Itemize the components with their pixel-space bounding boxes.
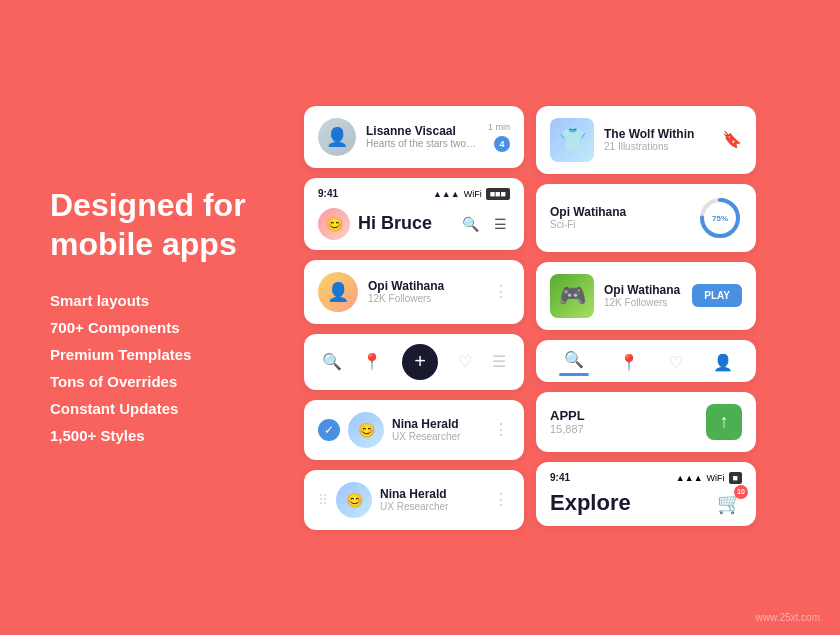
greeting-row: 😊 Hi Bruce 🔍 ☰ — [318, 208, 510, 240]
game-title: Opi Watihana — [604, 283, 682, 297]
game-card: 🎮 Opi Watihana 12K Followers PLAY — [536, 262, 756, 330]
feature-overrides: Tons of Overrides — [50, 368, 270, 395]
progress-ring: 75% — [698, 196, 742, 240]
bnav-heart-icon[interactable]: ♡ — [669, 353, 683, 372]
right-column: 👕 The Wolf Within 21 Illustrations 🔖 Opi… — [536, 106, 756, 530]
book-cover: 👕 — [550, 118, 594, 162]
greeting-avatar: 😊 — [318, 208, 350, 240]
message-meta: 1 min 4 — [488, 122, 510, 152]
feature-smart-layouts: Smart layouts — [50, 287, 270, 314]
bookmark-icon[interactable]: 🔖 — [722, 130, 742, 149]
drag-handle-icon[interactable]: ⠿ — [318, 492, 328, 508]
book-card: 👕 The Wolf Within 21 Illustrations 🔖 — [536, 106, 756, 174]
stock-ticker: APPL — [550, 408, 696, 423]
feature-list: Smart layouts 700+ Components Premium Te… — [50, 287, 270, 449]
greeting-card: 9:41 ▲▲▲ WiFi ■■■ 😊 Hi Bruce 🔍 ☰ — [304, 178, 524, 250]
status-bar: 9:41 ▲▲▲ WiFi ■■■ — [318, 188, 510, 200]
more-options-icon-3[interactable]: ⋮ — [493, 490, 510, 509]
active-indicator — [559, 373, 589, 376]
avatar: 👤 — [318, 118, 356, 156]
unread-badge: 4 — [494, 136, 510, 152]
profile-card: 👤 Opi Watihana 12K Followers ⋮ — [304, 260, 524, 324]
stock-info: APPL 15,887 — [550, 408, 696, 435]
bnav-user-icon[interactable]: 👤 — [713, 353, 733, 372]
more-options-icon[interactable]: ⋮ — [493, 282, 510, 301]
user-info: Nina Herald UX Researcher — [392, 417, 485, 442]
user-name: Nina Herald — [392, 417, 485, 431]
main-container: Designed formobile apps Smart layouts 70… — [0, 0, 840, 635]
user-role-2: UX Researcher — [380, 501, 485, 512]
feature-components: 700+ Components — [50, 314, 270, 341]
user-avatar: 😊 — [348, 412, 384, 448]
explore-wifi-icon: WiFi — [707, 473, 725, 483]
profile-followers: 12K Followers — [368, 293, 483, 304]
book-info: The Wolf Within 21 Illustrations — [604, 127, 712, 152]
nav-bar-card: 🔍 📍 + ♡ ☰ — [304, 334, 524, 390]
greeting-icons: 🔍 ☰ — [460, 214, 510, 234]
book-title: The Wolf Within — [604, 127, 712, 141]
location-nav-icon[interactable]: 📍 — [362, 352, 382, 371]
profile-info: Opi Watihana 12K Followers — [368, 279, 483, 304]
explore-battery-icon: ■ — [729, 472, 742, 484]
explore-signal-icon: ▲▲▲ — [676, 473, 703, 483]
heart-nav-icon[interactable]: ♡ — [458, 352, 472, 371]
watermark: www.25xt.com — [756, 612, 820, 623]
play-button[interactable]: PLAY — [692, 284, 742, 307]
explore-card: 9:41 ▲▲▲ WiFi ■ Explore 🛒 10 — [536, 462, 756, 526]
cart-badge: 10 — [734, 485, 748, 499]
bnav-location-icon[interactable]: 📍 — [619, 353, 639, 372]
feature-styles: 1,500+ Styles — [50, 422, 270, 449]
menu-nav-icon[interactable]: ☰ — [492, 352, 506, 371]
book-subtitle: 21 Illustrations — [604, 141, 712, 152]
stock-up-button[interactable]: ↑ — [706, 404, 742, 440]
profile-name: Opi Watihana — [368, 279, 483, 293]
wifi-icon: WiFi — [464, 189, 482, 199]
progress-card: Opi Watihana Sci-Fi 75% — [536, 184, 756, 252]
bnav-search[interactable]: 🔍 — [559, 350, 589, 376]
signal-icon: ▲▲▲ — [433, 189, 460, 199]
greeting-text: Hi Bruce — [358, 213, 452, 234]
explore-time: 9:41 — [550, 472, 570, 483]
feature-updates: Constant Updates — [50, 395, 270, 422]
progress-name: Opi Watihana — [550, 205, 688, 219]
battery-icon: ■■■ — [486, 188, 510, 200]
message-content: Lisanne Viscaal Hearts of the stars two … — [366, 124, 478, 149]
message-preview-text: Hearts of the stars two ghostly white fi… — [366, 138, 478, 149]
user-drag-card: ⠿ 😊 Nina Herald UX Researcher ⋮ — [304, 470, 524, 530]
check-icon: ✓ — [318, 419, 340, 441]
status-time: 9:41 — [318, 188, 338, 199]
stock-price: 15,887 — [550, 423, 696, 435]
explore-status-bar: 9:41 ▲▲▲ WiFi ■ — [550, 472, 742, 484]
add-button[interactable]: + — [402, 344, 438, 380]
progress-percent: 75% — [712, 213, 728, 222]
cart-icon[interactable]: 🛒 10 — [717, 491, 742, 515]
bottom-nav-card: 🔍 📍 ♡ 👤 — [536, 340, 756, 382]
search-icon[interactable]: 🔍 — [460, 214, 480, 234]
sender-name: Lisanne Viscaal — [366, 124, 478, 138]
message-card: 👤 Lisanne Viscaal Hearts of the stars tw… — [304, 106, 524, 168]
more-options-icon-2[interactable]: ⋮ — [493, 420, 510, 439]
user-checked-card: ✓ 😊 Nina Herald UX Researcher ⋮ — [304, 400, 524, 460]
left-section: Designed formobile apps Smart layouts 70… — [50, 186, 270, 449]
left-column: 👤 Lisanne Viscaal Hearts of the stars tw… — [304, 106, 524, 530]
feature-premium-templates: Premium Templates — [50, 341, 270, 368]
search-nav-icon[interactable]: 🔍 — [322, 352, 342, 371]
game-info: Opi Watihana 12K Followers — [604, 283, 682, 308]
user-name-2: Nina Herald — [380, 487, 485, 501]
message-time: 1 min — [488, 122, 510, 132]
profile-avatar: 👤 — [318, 272, 358, 312]
progress-genre: Sci-Fi — [550, 219, 688, 230]
explore-row: Explore 🛒 10 — [550, 490, 742, 516]
bnav-search-icon: 🔍 — [564, 350, 584, 369]
main-title: Designed formobile apps — [50, 186, 270, 263]
menu-icon[interactable]: ☰ — [490, 214, 510, 234]
mockups-container: 👤 Lisanne Viscaal Hearts of the stars tw… — [270, 106, 790, 530]
user-role: UX Researcher — [392, 431, 485, 442]
user-avatar-2: 😊 — [336, 482, 372, 518]
game-icon: 🎮 — [550, 274, 594, 318]
explore-title: Explore — [550, 490, 631, 516]
progress-info: Opi Watihana Sci-Fi — [550, 205, 688, 230]
user-info-2: Nina Herald UX Researcher — [380, 487, 485, 512]
stock-card: APPL 15,887 ↑ — [536, 392, 756, 452]
game-followers: 12K Followers — [604, 297, 682, 308]
